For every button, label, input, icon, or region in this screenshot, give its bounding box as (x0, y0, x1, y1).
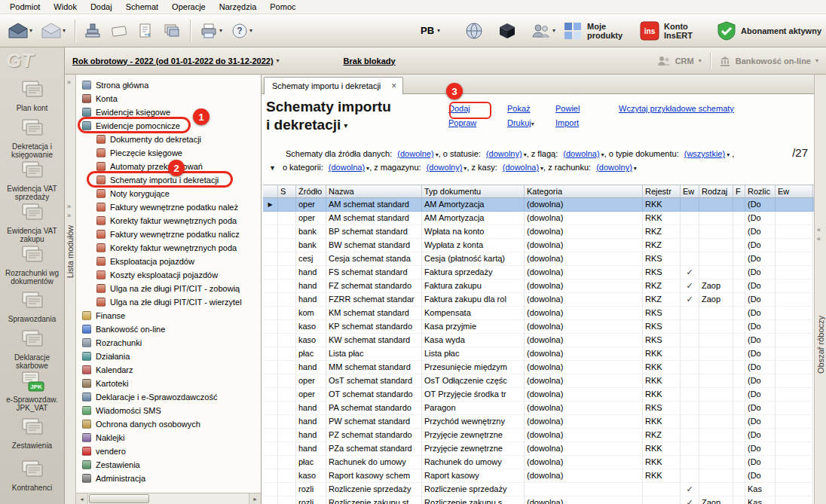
users-button[interactable]: ▾ (528, 17, 559, 44)
sidebar-item-ewidencja-vat-sprzedazy[interactable]: Ewidencja VAT sprzedaży (0, 159, 64, 201)
stamp-button[interactable] (81, 17, 105, 44)
sidebar-item-sprawozdania[interactable]: Sprawozdania (0, 286, 64, 328)
table-row[interactable]: kasoKP schemat standardoKasa przyjmie(do… (263, 320, 814, 334)
table-row[interactable]: rozliRozliczenie sprzedażyRozliczenie sp… (263, 483, 814, 496)
module-list-strip[interactable]: » » » Lista modułów (65, 75, 76, 504)
menu-pomoc[interactable]: Pomoc (263, 1, 302, 13)
column-header-rozlic[interactable]: Rozlic (745, 185, 776, 197)
cube-button[interactable] (494, 17, 520, 44)
table-row[interactable]: komKM schemat standardKompensata(dowolna… (263, 307, 814, 320)
module-item-schematy-importu-i-dekretacji[interactable]: Schematy importu i dekretacji (76, 173, 261, 187)
sidebar-item-kontrahenci[interactable]: Kontrahenci (0, 454, 64, 496)
printer-button[interactable]: ▾ (196, 17, 226, 44)
action-popraw[interactable]: Popraw (448, 118, 507, 127)
table-row[interactable]: płacLista płacLista płac(dowolna)RKK(Do (263, 347, 814, 361)
menu-podmiot[interactable]: Podmiot (3, 1, 47, 13)
sidebar-item-rozrachunki-wg-dokumentow[interactable]: Rozrachunki wg dokumentów (0, 243, 64, 286)
column-header-ew[interactable]: Ew (681, 185, 699, 197)
scroll-left-button[interactable]: ◂ (76, 493, 88, 504)
module-item-deklaracje-i-e-sprawozdawczosc[interactable]: Deklaracje i e-Sprawozdawczość (76, 390, 261, 404)
action-wczytaj-przykladowe-schematy[interactable]: Wczytaj przykładowe schematy (619, 104, 734, 113)
filter-value-dowolne[interactable]: (dowolne) (397, 149, 433, 158)
module-item-ewidencje-pomocnicze[interactable]: Ewidencje pomocnicze (76, 119, 261, 133)
fiscal-year-selector[interactable]: Rok obrotowy - 2022 (od 01-01-2022 do 31… (72, 57, 280, 66)
table-row[interactable]: bankBP schemat standardWpłata na konto(d… (263, 225, 814, 239)
table-row[interactable]: handFZ schemat standardoFaktura zakupu(d… (263, 279, 814, 293)
table-row[interactable]: handFZRR schemat standarFaktura zakupu d… (263, 293, 814, 307)
chevron-left-icon[interactable]: « (817, 226, 821, 234)
tab-schematy-importu-i-dekretacji[interactable]: Schematy importu i dekretacji × (264, 77, 403, 94)
user-initials-button[interactable]: PB▾ (417, 17, 444, 44)
sidebar-item-e-sprawozdaw-jpk-vat[interactable]: JPKe-Sprawozdaw. JPK_VAT (0, 370, 64, 412)
module-item-faktury-wewnetrzne-podatku-nalez[interactable]: Faktury wewnętrzne podatku należ (76, 200, 261, 214)
module-item-pieczecie-ksiegowe[interactable]: Pieczęcie księgowe (76, 146, 261, 160)
module-item-korekty-faktur-wewnetrznych-poda[interactable]: Korekty faktur wewnętrznych poda (76, 241, 261, 255)
module-item-ulga-na-zle-dlugi-pit-cit-zobowia[interactable]: Ulga na złe długi PIT/CIT - zobowią (76, 282, 261, 295)
table-row[interactable]: płacRachunek do umowyRachunek do umowy(d… (263, 456, 814, 469)
action-pokaz[interactable]: Pokaż (507, 104, 555, 113)
menu-narzedzia[interactable]: Narzędzia (213, 1, 264, 13)
module-item-rozrachunki[interactable]: Rozrachunki (76, 336, 261, 350)
table-row[interactable]: ▶operAM schemat standardAM Amortyzacja(d… (263, 198, 814, 212)
module-item-kalendarz[interactable]: Kalendarz (76, 363, 261, 377)
send-letter-button[interactable]: ▾ (5, 17, 36, 44)
module-item-korekty-faktur-wewnetrznych-poda[interactable]: Korekty faktur wewnętrznych poda (76, 214, 261, 228)
filter-expand-icon[interactable]: ▼ (269, 164, 276, 172)
column-header-nazwa[interactable]: Nazwa (326, 185, 422, 197)
module-item-finanse[interactable]: Finanse (76, 309, 261, 322)
module-item-eksploatacja-pojazdow[interactable]: Eksploatacja pojazdów (76, 255, 261, 268)
sidebar-item-plan-kont[interactable]: Plan kont (0, 75, 64, 117)
module-item-ochrona-danych-osobowych[interactable]: Ochrona danych osobowych (76, 417, 261, 431)
column-header-rodzaj[interactable]: Rodzaj (699, 185, 733, 197)
module-item-naklejki[interactable]: Naklejki (76, 431, 261, 444)
column-header-zrodlo[interactable]: Źródło (296, 185, 326, 197)
module-item-zestawienia[interactable]: Zestawienia (76, 458, 261, 472)
filter-value-dowolny[interactable]: (dowolny) (596, 163, 632, 172)
table-row[interactable]: kasoKW schemat standardKasa wyda(dowolna… (263, 334, 814, 347)
menu-widok[interactable]: Widok (47, 1, 84, 13)
table-row[interactable]: handPA schemat standardoParagon(dowolna)… (263, 402, 814, 415)
globe-button[interactable] (461, 17, 487, 44)
layers-button[interactable] (159, 17, 185, 44)
table-row[interactable]: operOT schemat standardoOT Przyjęcie śro… (263, 388, 814, 402)
column-header-rejestr[interactable]: Rejestr (643, 185, 681, 197)
module-item-dokumenty-do-dekretacji[interactable]: Dokumenty do dekretacji (76, 133, 261, 146)
chevron-left-icon[interactable]: « (817, 235, 821, 243)
page-title[interactable]: Schematy importu i dekretacji▾ (266, 98, 391, 135)
tab-close-icon[interactable]: × (391, 82, 396, 90)
abonament-aktywny-button[interactable]: Abonament aktywny (717, 21, 821, 41)
module-item-ewidencje-ksiegowe[interactable]: Ewidencje księgowe (76, 105, 261, 119)
chevron-right-icon[interactable]: » (67, 203, 71, 210)
filter-value-dowolna[interactable]: (dowolna) (503, 163, 539, 172)
workspace-strip[interactable]: « « « « Obszar roboczy (814, 75, 826, 504)
table-row[interactable]: handMM schemat standardPrzesunięcie międ… (263, 361, 814, 374)
scroll-right-button[interactable]: ▸ (249, 493, 261, 504)
module-item-wiadomosci-sms[interactable]: Wiadomości SMS (76, 404, 261, 417)
action-dodaj[interactable]: Dodaj (448, 104, 507, 113)
filter-value-dowolna[interactable]: (dowolna) (563, 149, 599, 158)
table-row[interactable]: bankBW schemat standardWypłata z konta(d… (263, 239, 814, 252)
column-header-typ-dokumentu[interactable]: Typ dokumentu (422, 185, 525, 197)
chevron-right-icon[interactable]: » (67, 212, 71, 219)
table-row[interactable]: handFS schemat standardFaktura sprzedaży… (263, 266, 814, 279)
table-row[interactable]: kasoRaport kasowy schemRaport kasowy(dow… (263, 469, 814, 483)
document-send-button[interactable] (133, 17, 158, 44)
moje-produkty-button[interactable]: Moje produkty (563, 21, 628, 41)
module-item-konta[interactable]: Konta (76, 92, 261, 105)
filter-value-dowolna[interactable]: (dowolna) (329, 163, 365, 172)
table-row[interactable]: operOsT schemat standardOsT Odłączenie c… (263, 374, 814, 388)
konto-insert-button[interactable]: insKonto InsERT (640, 21, 705, 41)
table-row[interactable]: handPZ schemat standardoPrzyjęcie zewnęt… (263, 429, 814, 442)
column-header-kategoria[interactable]: Kategoria (525, 185, 643, 197)
action-drukuj[interactable]: Drukuj▾ (507, 118, 555, 127)
chevron-right-icon[interactable]: » (67, 78, 71, 86)
column-header-f[interactable]: F (733, 185, 745, 197)
module-item-administracja[interactable]: Administracja (76, 472, 261, 485)
filter-value-dowolny[interactable]: (dowolny) (486, 149, 522, 158)
scroll-thumb[interactable] (89, 494, 149, 503)
filter-value-dowolny[interactable]: (dowolny) (427, 163, 463, 172)
sidebar-item-ewidencja-vat-zakupu[interactable]: Ewidencja VAT zakupu (0, 201, 64, 243)
open-letter-button[interactable]: ▾ (38, 17, 69, 44)
menu-dodaj[interactable]: Dodaj (84, 1, 119, 13)
column-header-s[interactable]: S (278, 185, 296, 197)
